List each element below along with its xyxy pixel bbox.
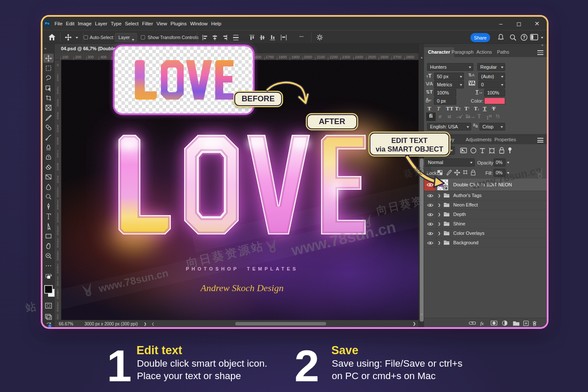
svg-text:fx: fx [480, 321, 484, 326]
svg-text:?: ? [523, 35, 525, 40]
